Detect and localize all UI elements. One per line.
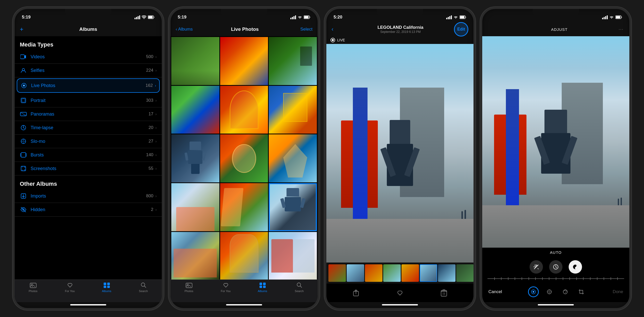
photo-cell[interactable] [220, 134, 268, 182]
tab-bar-1: Photos For You Albums Search [15, 279, 162, 302]
magic-wand-button[interactable] [530, 260, 543, 274]
done-edit-button[interactable]: Done [613, 289, 623, 294]
search-tab-icon [140, 282, 147, 288]
list-item-hidden[interactable]: Hidden 2 › [15, 203, 162, 217]
add-button[interactable]: + [20, 26, 35, 33]
status-time-2: 5:19 [178, 15, 186, 20]
svg-rect-24 [104, 286, 106, 288]
nav-bar-2: ‹ Albums Live Photos Select [171, 22, 318, 36]
live-label-area: LIVE [326, 36, 473, 44]
delete-button[interactable] [441, 289, 447, 296]
svg-point-7 [24, 85, 24, 86]
tab-photos[interactable]: Photos [15, 282, 51, 293]
favorite-button[interactable] [396, 290, 404, 296]
list-item-imports[interactable]: Imports 800 › [15, 189, 162, 203]
list-item-slomo[interactable]: Slo-mo 27 › [15, 135, 162, 148]
live-photo-edit-button[interactable] [528, 286, 539, 297]
bursts-icon [20, 151, 27, 158]
back-to-albums-button[interactable]: ‹ Albums [176, 27, 193, 32]
list-item-panoramas[interactable]: Panoramas 17 › [15, 107, 162, 121]
live-photos-nav-title: Live Photos [193, 26, 297, 32]
svg-rect-1 [148, 16, 153, 18]
selfies-count: 224 [146, 68, 153, 73]
list-item-bursts[interactable]: Bursts 140 › [15, 148, 162, 162]
photo-grid [171, 36, 318, 279]
clock-button[interactable] [549, 260, 562, 274]
photo-cell-selected[interactable] [269, 183, 317, 231]
photo-cell[interactable] [269, 134, 317, 182]
photo-cell[interactable] [171, 183, 219, 231]
tab-albums[interactable]: Albums [88, 282, 125, 293]
timelapse-label: Time-lapse [31, 125, 148, 130]
svg-point-13 [23, 141, 24, 142]
edit-button[interactable]: Edit [454, 22, 468, 36]
list-item-timelapse[interactable]: Time-lapse 20 › [15, 121, 162, 135]
photo-cell[interactable] [220, 37, 268, 85]
svg-rect-22 [104, 283, 106, 285]
status-bar-4 [482, 9, 629, 22]
thumb-2[interactable] [347, 264, 364, 282]
thumb-7[interactable] [438, 264, 455, 282]
viewer-actions [326, 284, 473, 302]
photo-cell[interactable] [269, 232, 317, 279]
tab-search-2[interactable]: Search [281, 282, 318, 293]
tab-foryou-2[interactable]: For You [207, 282, 244, 293]
portrait-count: 303 [146, 98, 153, 103]
thumb-6[interactable] [420, 264, 437, 282]
edit-slider[interactable] [482, 277, 629, 282]
main-photo-area[interactable] [326, 44, 473, 263]
tab-albums-2[interactable]: Albums [244, 282, 281, 293]
slider-track [487, 278, 624, 279]
tab-search[interactable]: Search [125, 282, 162, 293]
thumb-8[interactable] [456, 264, 473, 282]
photo-cell[interactable] [171, 134, 219, 182]
more-button[interactable]: ··· [619, 26, 624, 33]
list-item-videos[interactable]: Videos 500 › [15, 50, 162, 64]
list-item-screenshots[interactable]: Screenshots 55 › [15, 162, 162, 175]
svg-rect-38 [460, 16, 464, 18]
bursts-label: Bursts [31, 152, 146, 158]
adjust-edit-button[interactable] [544, 286, 555, 297]
thumb-5[interactable] [401, 264, 419, 282]
photo-cell[interactable] [220, 183, 268, 231]
cancel-edit-button[interactable]: Cancel [488, 289, 502, 294]
photo-cell[interactable] [171, 232, 219, 279]
thumb-1[interactable] [328, 264, 346, 282]
live-text: LIVE [337, 38, 345, 42]
bottom-tools [528, 286, 587, 297]
list-item-selfies[interactable]: Selfies 224 › [15, 64, 162, 77]
slomo-icon [20, 138, 27, 145]
photo-cell[interactable] [269, 37, 317, 85]
thumb-3[interactable] [365, 264, 382, 282]
nav-bar-3: ‹ LEGOLAND California September 22, 2019… [326, 22, 473, 36]
select-button[interactable]: Select [297, 27, 312, 32]
hidden-count: 2 [151, 207, 153, 212]
back-button-3[interactable]: ‹ [332, 26, 347, 33]
tab-foryou[interactable]: For You [51, 282, 88, 293]
status-icons-4 [602, 15, 622, 19]
photo-cell[interactable] [171, 86, 219, 134]
panoramas-count: 17 [148, 111, 153, 117]
photo-cell[interactable] [220, 232, 268, 279]
thumb-4[interactable] [383, 264, 401, 282]
status-icons-3 [446, 15, 466, 19]
phone-3-viewer: 5:20 ‹ LEGOLAND California September 22,… [324, 7, 476, 310]
status-bar-3: 5:20 [326, 9, 473, 22]
photo-cell[interactable] [269, 86, 317, 134]
photo-cell[interactable] [220, 86, 268, 134]
filter-edit-button[interactable] [560, 286, 571, 297]
share-button[interactable] [353, 289, 359, 296]
svg-rect-35 [263, 286, 266, 288]
list-item-live-photos[interactable]: Live Photos 162 › [17, 78, 160, 93]
yin-yang-button[interactable] [569, 260, 582, 274]
photo-cell[interactable] [171, 37, 219, 85]
crop-edit-button[interactable] [576, 286, 587, 297]
tab-photos-2[interactable]: Photos [171, 282, 207, 293]
live-photos-label: Live Photos [31, 83, 146, 88]
video-icon [20, 53, 27, 60]
list-item-portrait[interactable]: Portrait 303 › [15, 94, 162, 107]
svg-rect-32 [260, 283, 262, 285]
albums-content: Media Types Videos 500 › Selfies 224 › L… [15, 36, 162, 279]
live-icon-viewer [330, 38, 335, 42]
signal-icon-2 [290, 15, 296, 19]
